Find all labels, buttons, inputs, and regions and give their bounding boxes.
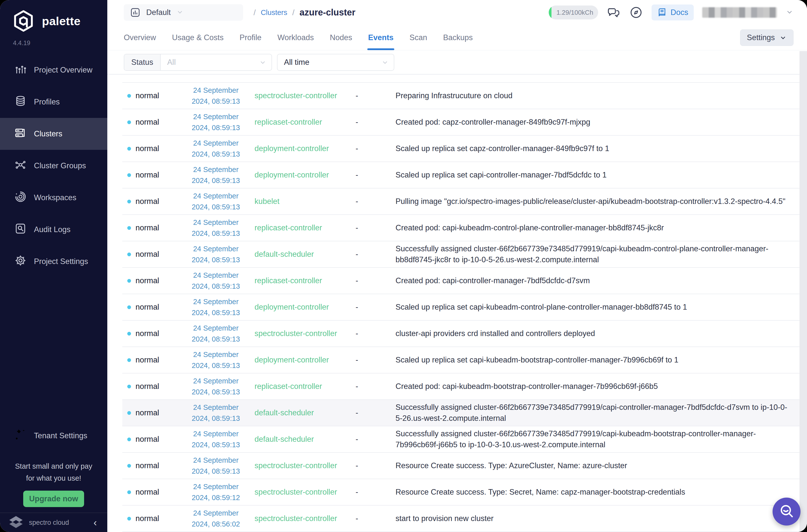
project-selector[interactable]: Default [124,4,243,21]
status-dot-icon [127,305,131,309]
event-source: replicaset-controller [255,275,342,286]
event-row: normal 24 September 2024, 08:59:13 spect… [122,82,807,109]
status-filter-label: Status [124,54,161,70]
bar-chart-icon [15,63,26,77]
upgrade-now-button[interactable]: Upgrade now [23,491,84,507]
tab-usage-costs[interactable]: Usage & Costs [172,25,224,50]
collapse-sidebar-icon[interactable]: ‹ [94,517,97,528]
redacted-user-info [702,7,777,18]
user-menu-chevron-down-icon[interactable] [786,8,793,17]
event-source: spectrocluster-controller [255,328,342,339]
event-row: normal 24 September 2024, 08:59:13 repli… [122,214,807,241]
event-status: normal [122,197,185,206]
event-involved-object: - [342,250,382,259]
top-bar-actions: 1.29/100kCh [549,4,793,20]
event-message: Created pod: capi-kubeadm-control-plane-… [382,222,790,233]
status-dot-icon [127,358,131,362]
chat-icon[interactable] [607,5,621,19]
tab-events[interactable]: Events [368,25,393,50]
compass-icon[interactable] [629,5,643,19]
event-timestamp: 24 September 2024, 08:59:13 [185,217,247,239]
event-source: spectrocluster-controller [255,513,342,524]
time-range-filter[interactable]: All time [277,54,394,71]
sidebar-item-project-overview[interactable]: Project Overview [0,54,107,86]
filter-bar: Status All All time [107,50,807,75]
event-row: normal 24 September 2024, 08:59:13 spect… [122,452,807,479]
event-row: normal 24 September 2024, 08:59:13 repli… [122,267,807,294]
event-timestamp: 24 September 2024, 08:59:13 [185,323,247,344]
event-row: normal 24 September 2024, 08:59:13 deplo… [122,135,807,162]
event-status: normal [122,276,185,285]
sidebar-item-workspaces[interactable]: Workspaces [0,182,107,214]
event-message: cluster-api providers crd installed and … [382,328,790,339]
scrollbar-track[interactable] [800,51,807,532]
event-source: deployment-controller [255,143,342,154]
event-message: Created pod: capi-kubeadm-bootstrap-cont… [382,381,790,392]
docs-button[interactable]: Docs [652,4,694,20]
tab-overview[interactable]: Overview [124,25,156,50]
event-source: spectrocluster-controller [255,460,342,471]
event-source: default-scheduler [255,249,342,260]
status-dot-icon [127,411,131,415]
event-status: normal [122,303,185,311]
event-timestamp: 24 September 2024, 08:59:13 [185,455,247,477]
event-row: normal 24 September 2024, 08:59:13 defau… [122,399,807,426]
event-source: kubelet [255,196,342,207]
spectro-cloud-label: spectro cloud [29,519,69,527]
event-involved-object: - [342,488,382,497]
sidebar: palette 4.4.19 Project OverviewProfilesC… [0,0,107,532]
cluster-tabs: OverviewUsage & CostsProfileWorkloadsNod… [107,25,807,50]
event-involved-object: - [342,356,382,364]
event-timestamp: 24 September 2024, 08:56:02 [185,508,247,530]
tab-profile[interactable]: Profile [240,25,261,50]
breadcrumb-link-clusters[interactable]: Clusters [261,8,287,17]
event-status: normal [122,408,185,417]
sidebar-footer: spectro cloud ‹ [0,513,107,532]
status-dot-icon [127,120,131,124]
sidebar-spacer [0,278,107,420]
event-source: replicaset-controller [255,222,342,233]
help-search-fab[interactable] [773,498,801,526]
tab-scan[interactable]: Scan [409,25,427,50]
event-source: deployment-controller [255,302,342,312]
sidebar-item-project-settings[interactable]: Project Settings [0,246,107,278]
status-dot-icon [127,173,131,177]
event-status: normal [122,356,185,364]
event-status: normal [122,250,185,259]
tab-workloads[interactable]: Workloads [277,25,314,50]
tab-backups[interactable]: Backups [443,25,473,50]
chevron-down-icon [259,54,272,70]
chevron-down-icon [381,59,389,66]
event-status: normal [122,171,185,179]
sidebar-item-clusters[interactable]: Clusters [0,118,107,150]
top-bar: Default / Clusters / azure-cluster 1.29/… [107,0,807,25]
event-row: normal 24 September 2024, 08:59:13 repli… [122,373,807,399]
sidebar-item-tenant-settings[interactable]: Tenant Settings [0,420,107,452]
status-dot-icon [127,490,131,494]
event-message: Pulling image "gcr.io/spectro-images-pub… [382,196,790,207]
event-row: normal 24 September 2024, 08:59:13 defau… [122,426,807,452]
event-status: normal [122,223,185,232]
event-row: normal 24 September 2024, 08:59:13 kubel… [122,188,807,214]
tab-nodes[interactable]: Nodes [330,25,352,50]
event-timestamp: 24 September 2024, 08:59:13 [185,85,247,107]
sidebar-item-cluster-groups[interactable]: Cluster Groups [0,150,107,182]
event-row: normal 24 September 2024, 08:59:12 spect… [122,479,807,505]
event-message: Created pod: capi-controller-manager-7bd… [382,275,790,286]
settings-button[interactable]: Settings [740,30,793,46]
event-row: normal 24 September 2024, 08:59:13 spect… [122,320,807,346]
event-involved-object: - [342,382,382,391]
event-status: normal [122,488,185,497]
sidebar-item-profiles[interactable]: Profiles [0,86,107,118]
clusters-icon [15,127,26,141]
status-filter[interactable]: Status All [124,54,272,71]
event-status: normal [122,91,185,100]
book-icon [657,7,667,17]
status-dot-icon [127,332,131,336]
event-status: normal [122,461,185,470]
clipped-row [107,75,807,82]
event-message: Scaled up replica set capi-controller-ma… [382,170,790,180]
event-row: normal 24 September 2024, 08:59:13 deplo… [122,346,807,373]
upsell-banner: Start small and only pay for what you us… [0,452,107,507]
sidebar-item-audit-logs[interactable]: Audit Logs [0,214,107,246]
